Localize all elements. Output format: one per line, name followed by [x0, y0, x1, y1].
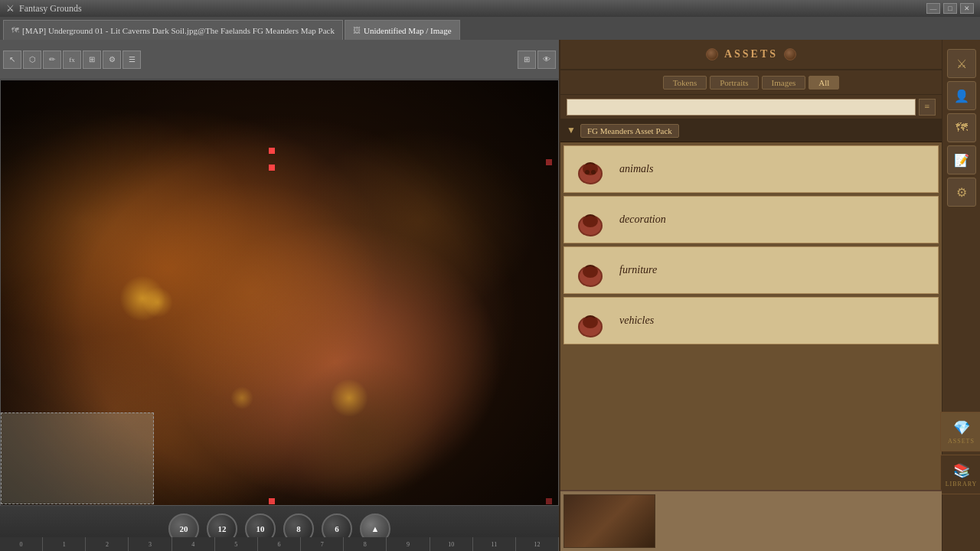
side-btn-characters[interactable]: 👤	[947, 81, 976, 110]
assets-title: ASSETS	[724, 48, 778, 60]
scale-10: 10	[430, 537, 473, 551]
map-toolbar: ↖ ⬡ ✏ fx ⊞ ⚙ ☰ ⊞ 👁	[0, 40, 559, 80]
main-content: ↖ ⬡ ✏ fx ⊞ ⚙ ☰ ⊞ 👁	[0, 40, 980, 551]
map-stone-area	[1, 412, 154, 504]
side-btn-notes[interactable]: 📝	[947, 145, 976, 174]
scale-5: 5	[215, 537, 258, 551]
toolbar-pointer[interactable]: ↖	[3, 51, 21, 69]
search-options-button[interactable]: ≡	[919, 99, 936, 116]
svg-point-10	[583, 266, 598, 278]
side-toolbar: ⚔ 👤 🗺 📝 ⚙ 💎 ASSETS 📚 LIBRARY	[942, 40, 980, 551]
window-controls: — □ ✕	[926, 3, 974, 14]
tab-map2[interactable]: 🖼 Unidentified Map / Image	[345, 20, 460, 40]
marker-top-right	[546, 159, 552, 165]
marker-top-mid2	[269, 165, 275, 171]
tab-map1[interactable]: 🗺 [MAP] Underground 01 - Lit Caverns Dar…	[3, 20, 343, 40]
maximize-button[interactable]: □	[943, 3, 957, 14]
marker-top-mid	[269, 148, 275, 154]
tab-map1-icon: 🗺	[11, 26, 19, 34]
scale-bar: 0 1 2 3 4 5 6 7 8 9 10 11 12	[0, 537, 559, 551]
side-btn-settings[interactable]: ⚙	[947, 178, 976, 207]
filter-portraits[interactable]: Portraits	[710, 76, 758, 90]
toolbar-eye[interactable]: 👁	[537, 51, 556, 69]
toolbar-draw[interactable]: ✏	[43, 51, 61, 69]
asset-label-vehicles: vehicles	[619, 315, 654, 327]
asset-label-decoration: decoration	[619, 214, 666, 226]
filter-tabs: Tokens Portraits Images All	[560, 70, 942, 95]
pack-arrow-icon: ▼	[567, 125, 576, 136]
scale-2: 2	[86, 537, 129, 551]
nav-library[interactable]: 📚 LIBRARY	[940, 455, 981, 494]
tab-map1-label: [MAP] Underground 01 - Lit Caverns Dark …	[22, 26, 335, 35]
asset-label-furniture: furniture	[619, 264, 657, 276]
toolbar-menu[interactable]: ☰	[122, 51, 141, 69]
tab-bar: 🗺 [MAP] Underground 01 - Lit Caverns Dar…	[0, 17, 980, 40]
app-title: ⚔ Fantasy Grounds	[6, 3, 82, 15]
scale-12: 12	[516, 537, 559, 551]
asset-item-vehicles[interactable]: vehicles	[564, 297, 939, 344]
minimize-button[interactable]: —	[926, 3, 940, 14]
scale-6: 6	[258, 537, 301, 551]
side-btn-map[interactable]: 🗺	[947, 113, 976, 142]
asset-list: animals decoration	[560, 142, 942, 523]
scale-1: 1	[43, 537, 86, 551]
toolbar-hex[interactable]: ⬡	[23, 51, 41, 69]
marker-bot-right	[546, 498, 552, 504]
app-icon: ⚔	[6, 3, 15, 15]
search-bar: ≡	[560, 95, 942, 119]
asset-icon-decoration	[570, 200, 610, 240]
asset-item-animals[interactable]: animals	[564, 145, 939, 193]
filter-images[interactable]: Images	[762, 76, 806, 90]
toolbar-grid[interactable]: ⊞	[83, 51, 101, 69]
asset-icon-furniture	[570, 250, 610, 290]
assets-header: ASSETS	[560, 40, 942, 70]
scale-3: 3	[129, 537, 172, 551]
header-circle-right	[784, 48, 796, 60]
side-btn-combat[interactable]: ⚔	[947, 49, 976, 78]
scale-7: 7	[301, 537, 344, 551]
titlebar: ⚔ Fantasy Grounds — □ ✕	[0, 0, 980, 17]
app-title-text: Fantasy Grounds	[19, 3, 82, 15]
scale-11: 11	[473, 537, 516, 551]
map-preview	[564, 494, 655, 548]
marker-bot-mid	[269, 498, 275, 504]
right-bottom-panel	[560, 490, 942, 551]
map-preview-bg	[564, 495, 655, 547]
asset-pack-row: ▼ FG Meanders Asset Pack	[560, 119, 942, 142]
tab-map2-label: Unidentified Map / Image	[364, 26, 452, 35]
asset-pack-name[interactable]: FG Meanders Asset Pack	[580, 124, 679, 138]
asset-icon-animals	[570, 149, 610, 189]
nav-assets-label: ASSETS	[948, 438, 975, 445]
nav-assets-icon: 💎	[953, 419, 970, 436]
scale-4: 4	[172, 537, 215, 551]
asset-item-decoration[interactable]: decoration	[564, 196, 939, 243]
search-input[interactable]	[567, 99, 916, 116]
asset-item-furniture[interactable]: furniture	[564, 246, 939, 294]
filter-all[interactable]: All	[808, 76, 839, 90]
svg-point-7	[583, 215, 598, 227]
toolbar-link[interactable]: ⚙	[103, 51, 121, 69]
svg-point-13	[583, 316, 598, 328]
right-panel: ASSETS Tokens Portraits Images All ≡ ▼ F…	[559, 40, 980, 551]
svg-point-3	[585, 170, 590, 174]
close-button[interactable]: ✕	[960, 3, 974, 14]
scale-8: 8	[344, 537, 387, 551]
asset-label-animals: animals	[619, 163, 653, 175]
tab-map2-icon: 🖼	[353, 26, 361, 34]
toolbar-fx[interactable]: fx	[63, 51, 81, 69]
map-area[interactable]	[0, 80, 559, 551]
assets-header-inner: ASSETS	[706, 48, 796, 60]
filter-tokens[interactable]: Tokens	[663, 76, 707, 90]
nav-library-icon: 📚	[953, 462, 970, 479]
asset-icon-vehicles	[570, 301, 610, 341]
nav-assets[interactable]: 💎 ASSETS	[940, 412, 981, 452]
svg-point-4	[591, 170, 596, 174]
assets-panel: ASSETS Tokens Portraits Images All ≡ ▼ F…	[560, 40, 942, 551]
svg-point-2	[583, 163, 598, 175]
scale-9: 9	[387, 537, 430, 551]
nav-library-label: LIBRARY	[946, 481, 978, 487]
toolbar-select[interactable]: ⊞	[518, 51, 536, 69]
scale-0: 0	[0, 537, 43, 551]
header-circle-left	[706, 48, 718, 60]
